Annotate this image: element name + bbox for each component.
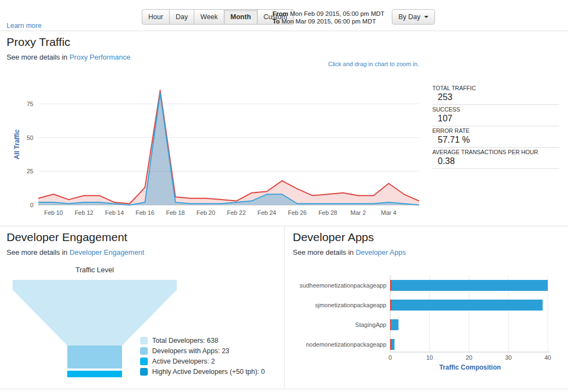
stat-success: SUCCESS 107 xyxy=(432,105,559,126)
legend-item: Active Developers: 2 xyxy=(140,358,265,365)
subtitle-text: See more details in xyxy=(7,53,67,61)
svg-text:0: 0 xyxy=(389,354,392,361)
stat-label: AVERAGE TRANSACTIONS PER HOUR xyxy=(432,149,559,155)
developer-engagement-title: Developer Engagement xyxy=(7,231,127,244)
legend-item: Developers with Apps: 23 xyxy=(140,347,265,355)
svg-text:Mar 2: Mar 2 xyxy=(351,209,366,216)
stat-label: TOTAL TRAFFIC xyxy=(432,85,559,91)
caret-down-icon xyxy=(424,16,428,18)
svg-text:StagingApp: StagingApp xyxy=(355,321,386,328)
svg-text:Feb 14: Feb 14 xyxy=(105,209,124,216)
range-hour-button[interactable]: Hour xyxy=(142,9,170,25)
svg-text:10: 10 xyxy=(426,354,433,361)
granularity-dropdown-label: By Day xyxy=(398,13,420,21)
stat-total-traffic: TOTAL TRAFFIC 253 xyxy=(432,84,559,105)
range-week-button[interactable]: Week xyxy=(194,9,224,25)
svg-text:30: 30 xyxy=(505,354,512,361)
legend-item: Total Developers: 638 xyxy=(140,337,265,344)
svg-text:Mar 4: Mar 4 xyxy=(381,209,396,216)
stat-value: 107 xyxy=(432,114,559,124)
legend-item: Highly Active Developers (+50 tph): 0 xyxy=(140,368,265,376)
svg-text:20: 20 xyxy=(466,354,472,361)
developer-engagement-subtitle: See more details in Developer Engagement xyxy=(7,248,144,256)
bottom-row: Developer Engagement See more details in… xyxy=(0,226,568,389)
svg-text:nodemonetizationpackageapp: nodemonetizationpackageapp xyxy=(306,341,386,348)
stat-label: ERROR RATE xyxy=(432,127,559,134)
date-range-display: From Mon Feb 09 2015, 05:00 pm MDT To Mo… xyxy=(273,10,385,25)
subtitle-text: See more details in xyxy=(7,248,67,256)
svg-text:Feb 18: Feb 18 xyxy=(166,209,184,216)
developer-apps-subtitle: See more details in Developer Apps xyxy=(293,248,406,256)
stat-value: 253 xyxy=(432,92,559,102)
svg-text:75: 75 xyxy=(27,101,33,107)
proxy-stats-panel: TOTAL TRAFFIC 253 SUCCESS 107 ERROR RATE… xyxy=(432,84,559,169)
legend-swatch xyxy=(140,347,148,355)
date-range-from: From Mon Feb 09 2015, 05:00 pm MDT xyxy=(273,10,385,17)
time-range-button-group: Hour Day Week Month Custom xyxy=(142,9,294,25)
stat-label: SUCCESS xyxy=(432,106,559,113)
traffic-composition-bar-chart: 010203040sudheemonetizationpackageappsjm… xyxy=(289,271,565,380)
svg-text:Feb 28: Feb 28 xyxy=(318,209,337,216)
analytics-dashboard: Learn more Hour Day Week Month Custom Fr… xyxy=(0,0,568,392)
stat-avg-tph: AVERAGE TRANSACTIONS PER HOUR 0.38 xyxy=(432,148,559,169)
svg-text:25: 25 xyxy=(27,168,33,174)
to-label: To xyxy=(273,18,280,25)
developer-apps-title: Developer Apps xyxy=(293,231,374,244)
funnel-legend: Total Developers: 638Developers with App… xyxy=(140,337,265,378)
svg-text:Feb 12: Feb 12 xyxy=(74,209,93,216)
svg-text:sudheemonetizationpackageapp: sudheemonetizationpackageapp xyxy=(300,282,386,289)
svg-text:0: 0 xyxy=(30,202,33,208)
legend-swatch xyxy=(140,358,148,365)
svg-text:Traffic Level: Traffic Level xyxy=(76,266,114,274)
svg-text:Feb 26: Feb 26 xyxy=(288,209,306,216)
svg-text:Feb 24: Feb 24 xyxy=(257,209,276,216)
stat-error-rate: ERROR RATE 57.71 % xyxy=(432,126,559,148)
range-day-button[interactable]: Day xyxy=(170,9,194,25)
svg-text:Feb 20: Feb 20 xyxy=(196,209,215,216)
developer-engagement-section: Developer Engagement See more details in… xyxy=(0,226,285,389)
topbar: Learn more Hour Day Week Month Custom Fr… xyxy=(0,0,568,31)
granularity-dropdown-button[interactable]: By Day xyxy=(392,9,435,25)
date-range-to: To Mon Mar 09 2015, 06:00 pm MDT xyxy=(273,17,385,25)
proxy-traffic-title: Proxy Traffic xyxy=(7,36,70,49)
svg-text:All Traffic: All Traffic xyxy=(13,129,21,159)
subtitle-text: See more details in xyxy=(293,248,353,256)
range-month-button[interactable]: Month xyxy=(224,9,257,25)
svg-text:Traffic Composition: Traffic Composition xyxy=(439,364,501,371)
proxy-traffic-section: Proxy Traffic See more details in Proxy … xyxy=(0,31,568,226)
svg-text:40: 40 xyxy=(544,354,551,361)
proxy-traffic-subtitle: See more details in Proxy Performance xyxy=(7,53,130,61)
learn-more-link[interactable]: Learn more xyxy=(7,22,42,30)
to-value: Mon Mar 09 2015, 06:00 pm MDT xyxy=(281,18,376,25)
zoom-hint: Click and drag in chart to zoom in. xyxy=(328,61,419,67)
legend-swatch xyxy=(140,337,148,344)
svg-text:Feb 16: Feb 16 xyxy=(136,209,154,216)
from-label: From xyxy=(273,10,288,17)
legend-label: Active Developers: 2 xyxy=(152,358,215,365)
developer-apps-section: Developer Apps See more details in Devel… xyxy=(285,226,568,389)
legend-label: Highly Active Developers (+50 tph): 0 xyxy=(152,368,265,376)
svg-text:sjmonetizationpackageapp: sjmonetizationpackageapp xyxy=(315,302,386,308)
proxy-performance-link[interactable]: Proxy Performance xyxy=(69,53,130,61)
legend-label: Total Developers: 638 xyxy=(152,337,218,344)
from-value: Mon Feb 09 2015, 05:00 pm MDT xyxy=(290,10,385,17)
stat-value: 57.71 % xyxy=(432,135,559,145)
developer-apps-link[interactable]: Developer Apps xyxy=(356,248,406,256)
legend-swatch xyxy=(140,368,148,376)
svg-text:Feb 22: Feb 22 xyxy=(227,209,246,216)
svg-text:Feb 10: Feb 10 xyxy=(44,209,63,216)
svg-text:50: 50 xyxy=(27,134,33,141)
stat-value: 0.38 xyxy=(432,156,559,166)
proxy-traffic-chart[interactable]: 0255075Feb 10Feb 12Feb 14Feb 16Feb 18Feb… xyxy=(12,75,424,224)
legend-label: Developers with Apps: 23 xyxy=(152,347,229,355)
developer-engagement-link[interactable]: Developer Engagement xyxy=(69,248,144,256)
